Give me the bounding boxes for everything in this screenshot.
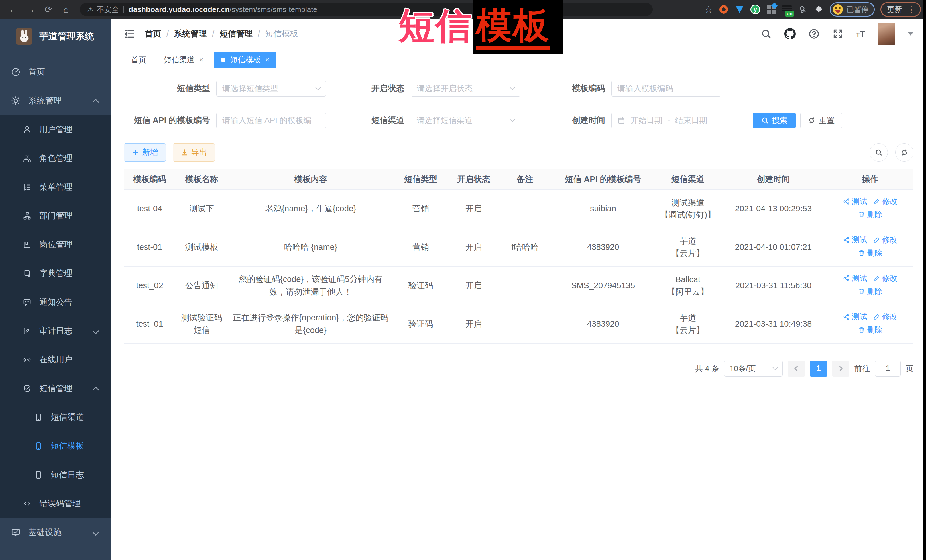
- sidebar-item-sms-channel[interactable]: 短信渠道: [0, 403, 111, 432]
- extensions-puzzle-icon[interactable]: [814, 4, 824, 15]
- sidebar-item-sms[interactable]: 短信管理: [0, 374, 111, 403]
- template-code-input[interactable]: [611, 81, 721, 97]
- sidebar-item-sms-template[interactable]: 短信模板: [0, 432, 111, 460]
- sidebar-item-sms-log[interactable]: 短信日志: [0, 460, 111, 489]
- chevron-down-icon: [315, 85, 321, 90]
- trash-icon: [858, 326, 865, 334]
- delete-link[interactable]: 删除: [858, 247, 882, 259]
- extension-list-icon[interactable]: on: [782, 4, 792, 15]
- sidebar-item-dict[interactable]: 字典管理: [0, 259, 111, 288]
- font-size-icon[interactable]: TT: [856, 29, 865, 39]
- extension-search-icon[interactable]: [798, 4, 808, 15]
- search-button[interactable]: 搜索: [753, 113, 796, 128]
- test-link[interactable]: 测试: [843, 234, 867, 246]
- pencil-icon: [873, 313, 881, 320]
- extension-orange-icon[interactable]: [719, 4, 729, 15]
- date-end-placeholder[interactable]: 结束日期: [675, 115, 707, 126]
- gear-icon: [11, 96, 21, 106]
- page-size-select[interactable]: 10条/页: [724, 361, 783, 377]
- extension-gem-icon[interactable]: [734, 4, 745, 15]
- tab-sms-channel[interactable]: 短信渠道 ×: [157, 52, 210, 68]
- extension-grid-icon[interactable]: [766, 4, 776, 15]
- breadcrumb-system[interactable]: 系统管理: [174, 28, 207, 39]
- browser-menu-icon[interactable]: ⋮: [908, 5, 916, 15]
- edit-link[interactable]: 修改: [873, 234, 897, 246]
- page-number-1[interactable]: 1: [810, 361, 827, 377]
- edit-link[interactable]: 修改: [873, 196, 897, 207]
- sidebar-item-home[interactable]: 首页: [0, 57, 111, 86]
- sidebar-item-system[interactable]: 系统管理: [0, 86, 111, 115]
- sidebar-item-audit-log[interactable]: 审计日志: [0, 317, 111, 345]
- tab-sms-template[interactable]: 短信模板 ×: [214, 52, 277, 68]
- address-bar[interactable]: ⚠不安全 dashboard.yudao.iocoder.cn/system/s…: [80, 3, 653, 16]
- browser-refresh-icon[interactable]: ⟳: [41, 3, 56, 16]
- test-link[interactable]: 测试: [843, 311, 867, 323]
- close-icon[interactable]: ×: [199, 56, 203, 64]
- reset-button[interactable]: 重置: [800, 113, 842, 128]
- delete-link[interactable]: 删除: [858, 324, 882, 336]
- table-row: test-04 测试下 老鸡{name}，牛逼{code} 营销 开启 suib…: [124, 189, 914, 228]
- col-template-name: 模板名称: [176, 169, 228, 189]
- window-edge: [923, 0, 926, 560]
- sms-type-select[interactable]: 请选择短信类型: [216, 81, 326, 97]
- sidebar-item-online-users[interactable]: 在线用户: [0, 345, 111, 374]
- status-select[interactable]: 请选择开启状态: [411, 81, 520, 97]
- next-page-button[interactable]: [832, 361, 849, 377]
- help-icon[interactable]: [808, 28, 820, 39]
- sidebar-item-error-codes[interactable]: 错误码管理: [0, 489, 111, 518]
- sidebar-item-menus[interactable]: 菜单管理: [0, 173, 111, 201]
- user-menu-caret-icon[interactable]: [908, 32, 914, 36]
- test-link[interactable]: 测试: [843, 273, 867, 284]
- search-icon[interactable]: [760, 28, 772, 39]
- page-content: 短信类型 请选择短信类型 开启状态 请选择开启状态 模板编码 短信 API 的模…: [111, 70, 926, 560]
- delete-link[interactable]: 删除: [858, 286, 882, 297]
- add-button[interactable]: 新增: [124, 143, 166, 162]
- github-icon[interactable]: [784, 28, 796, 39]
- browser-back-icon[interactable]: ←: [5, 3, 21, 16]
- edit-link[interactable]: 修改: [873, 311, 897, 323]
- api-template-id-input[interactable]: [216, 113, 326, 128]
- table-search-button[interactable]: [870, 143, 888, 162]
- sidebar-item-users[interactable]: 用户管理: [0, 115, 111, 144]
- export-button[interactable]: 导出: [173, 143, 215, 162]
- browser-extensions-area: ☆ y on 已暂停 更新 ⋮: [704, 2, 921, 17]
- refresh-icon: [808, 116, 816, 124]
- browser-forward-icon[interactable]: →: [23, 3, 39, 16]
- table-refresh-button[interactable]: [895, 143, 914, 162]
- delete-link[interactable]: 删除: [858, 209, 882, 220]
- browser-home-icon[interactable]: ⌂: [58, 3, 74, 16]
- sidebar-collapse-icon[interactable]: [124, 28, 135, 39]
- prev-page-button[interactable]: [788, 361, 805, 377]
- close-icon[interactable]: ×: [265, 56, 269, 64]
- breadcrumb-sms[interactable]: 短信管理: [219, 28, 253, 39]
- date-range-picker[interactable]: 开始日期 - 结束日期: [611, 113, 747, 128]
- table-row: test_02 公告通知 您的验证码{code}，该验证码5分钟内有效，请勿泄漏…: [124, 266, 914, 305]
- security-warning[interactable]: ⚠不安全: [87, 5, 119, 15]
- date-start-placeholder[interactable]: 开始日期: [631, 115, 662, 126]
- browser-update-button[interactable]: 更新 ⋮: [881, 2, 921, 17]
- share-icon: [843, 236, 850, 243]
- edit-link[interactable]: 修改: [873, 273, 897, 284]
- sidebar-item-departments[interactable]: 部门管理: [0, 201, 111, 230]
- breadcrumb-home[interactable]: 首页: [145, 28, 161, 39]
- sidebar-item-notice[interactable]: 通知公告: [0, 288, 111, 317]
- chevron-down-icon: [92, 529, 99, 536]
- fullscreen-icon[interactable]: [832, 28, 844, 39]
- user-avatar[interactable]: [878, 23, 895, 45]
- app-logo-row[interactable]: 芋道管理系统: [0, 19, 111, 54]
- sidebar-item-roles[interactable]: 角色管理: [0, 144, 111, 173]
- col-created: 创建时间: [720, 169, 827, 189]
- goto-page-input[interactable]: [875, 361, 901, 377]
- tab-home[interactable]: 首页: [124, 52, 153, 68]
- sidebar-item-posts[interactable]: 岗位管理: [0, 230, 111, 259]
- channel-select[interactable]: 请选择短信渠道: [411, 113, 520, 128]
- phone-icon: [34, 442, 43, 450]
- test-link[interactable]: 测试: [843, 196, 867, 207]
- pagination: 共 4 条 10条/页 1 前往 页: [124, 361, 914, 377]
- bookmark-star-icon[interactable]: ☆: [704, 4, 713, 15]
- sidebar-item-infrastructure[interactable]: 基础设施: [0, 518, 111, 546]
- app-title: 芋道管理系统: [39, 30, 94, 43]
- extension-green-icon[interactable]: y: [750, 5, 760, 14]
- paused-extension-badge[interactable]: 已暂停: [830, 2, 875, 17]
- table-header-row: 模板编码 模板名称 模板内容 短信类型 开启状态 备注 短信 API 的模板编号…: [124, 169, 914, 189]
